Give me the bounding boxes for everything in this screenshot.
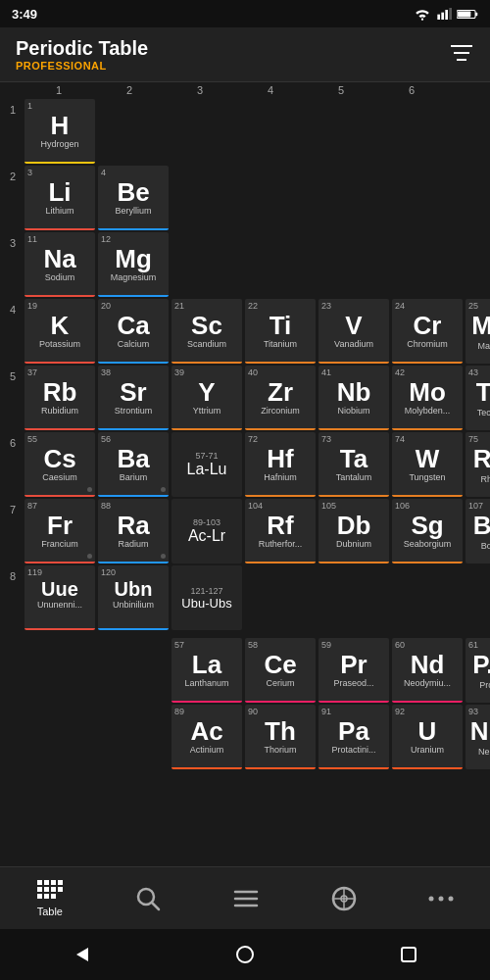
lan-spacer-2 (98, 638, 169, 703)
element-range-Ac-Lr[interactable]: 89-103 Ac-Lr (172, 499, 242, 564)
col-header-1: 1 (24, 84, 94, 96)
element-Be[interactable]: 4 Be Beryllium (98, 166, 169, 230)
period-row-3: 3 11 Na Sodium 12 Mg Magnesium (2, 231, 488, 298)
element-Th[interactable]: 90 Th Thorium (245, 705, 316, 769)
header-left: Periodic Table PROFESSIONAL (16, 37, 148, 72)
row1-cells: 1 H Hydrogen (24, 98, 488, 165)
dot-indicator (161, 487, 166, 492)
element-Rf[interactable]: 104 Rf Rutherfor... (245, 499, 316, 564)
nav-search[interactable] (120, 878, 176, 919)
element-Sr[interactable]: 38 Sr Strontium (98, 366, 169, 430)
element-U[interactable]: 92 U Uranium (392, 705, 463, 769)
element-Hf[interactable]: 72 Hf Hafnium (245, 432, 316, 497)
element-Sg[interactable]: 106 Sg Seaborgium (392, 499, 463, 564)
periodic-table: 1 2 3 4 5 6 1 1 H Hydrogen 2 3 (0, 82, 490, 782)
dot-indicator (87, 487, 92, 492)
element-Ce[interactable]: 58 Ce Cerium (245, 638, 316, 703)
element-Ta[interactable]: 73 Ta Tantalum (318, 432, 389, 497)
row4-cells: 19 K Potassium 20 Ca Calcium 21 Sc Scand… (24, 298, 490, 365)
element-K[interactable]: 19 K Potassium (24, 299, 95, 364)
row-label-6: 6 (2, 431, 24, 498)
recents-icon (398, 944, 419, 965)
bottom-nav: Table (0, 866, 490, 929)
header: Periodic Table PROFESSIONAL (0, 27, 490, 82)
row-label-5: 5 (2, 365, 24, 431)
element-Ubn[interactable]: 120 Ubn Unbinilium (98, 565, 169, 630)
table-scroll[interactable]: 1 2 3 4 5 6 1 1 H Hydrogen 2 3 (0, 82, 490, 866)
row-label-4: 4 (2, 298, 24, 365)
svg-rect-1 (441, 13, 444, 20)
act-spacer-1 (24, 705, 95, 769)
element-W[interactable]: 74 W Tungsten (392, 432, 463, 497)
element-Pm[interactable]: 61 P... Pro... (466, 638, 490, 703)
status-icons (414, 7, 478, 21)
element-Ca[interactable]: 20 Ca Calcium (98, 299, 169, 364)
nav-table[interactable]: Table (21, 871, 79, 925)
element-Ra[interactable]: 88 Ra Radium (98, 499, 169, 564)
nav-table-label: Table (37, 906, 63, 917)
element-Mg[interactable]: 12 Mg Magnesium (98, 232, 169, 297)
element-Mn[interactable]: 25 Mn Man... (466, 299, 490, 364)
row8-cells: 119 Uue Ununenni... 120 Ubn Unbinilium 1… (24, 564, 488, 631)
element-Np[interactable]: 93 N... Nep... (466, 705, 490, 769)
element-range-La-Lu[interactable]: 57-71 La-Lu (172, 432, 242, 497)
element-Sc[interactable]: 21 Sc Scandium (172, 299, 242, 364)
element-Pa[interactable]: 91 Pa Protactini... (318, 705, 389, 769)
svg-rect-18 (37, 894, 42, 899)
element-Ti[interactable]: 22 Ti Titanium (245, 299, 316, 364)
element-Na[interactable]: 11 Na Sodium (24, 232, 95, 297)
row3-cells: 11 Na Sodium 12 Mg Magnesium (24, 231, 488, 298)
element-Bh[interactable]: 107 Bh Bo... (466, 499, 490, 564)
element-V[interactable]: 23 V Vanadium (318, 299, 389, 364)
nav-list[interactable] (218, 880, 274, 917)
actinide-cells: 89 Ac Actinium 90 Th Thorium 91 Pa Prota… (24, 704, 490, 770)
element-Uue[interactable]: 119 Uue Ununenni... (24, 565, 95, 630)
element-Cs[interactable]: 55 Cs Caesium (24, 432, 95, 497)
element-La[interactable]: 57 La Lanthanum (172, 638, 242, 703)
home-button[interactable] (231, 941, 259, 968)
svg-rect-20 (51, 894, 56, 899)
element-Zr[interactable]: 40 Zr Zirconium (245, 366, 316, 430)
period-row-4: 4 19 K Potassium 20 Ca Calcium 21 Sc Sca… (2, 298, 488, 365)
period-row-2: 2 3 Li Lithium 4 Be Beryllium (2, 165, 488, 231)
act-row-label (2, 704, 24, 770)
act-spacer-2 (98, 705, 169, 769)
svg-line-22 (152, 903, 159, 909)
actinide-row: 89 Ac Actinium 90 Th Thorium 91 Pa Prota… (2, 704, 488, 770)
element-Nb[interactable]: 41 Nb Niobium (318, 366, 389, 430)
lanthanide-cells: 57 La Lanthanum 58 Ce Cerium 59 Pr Prase… (24, 637, 490, 704)
element-Y[interactable]: 39 Y Yttrium (172, 366, 242, 430)
row-label-2: 2 (2, 165, 24, 231)
svg-rect-2 (445, 10, 448, 20)
element-Db[interactable]: 105 Db Dubnium (318, 499, 389, 564)
svg-rect-17 (58, 887, 63, 892)
element-Re[interactable]: 75 Rh Rh... (466, 432, 490, 497)
element-H[interactable]: 1 H Hydrogen (24, 99, 95, 164)
recents-button[interactable] (395, 941, 422, 968)
element-Cr[interactable]: 24 Cr Chromium (392, 299, 463, 364)
element-Tc[interactable]: 43 Tc Tech... (466, 366, 490, 430)
filter-icon (449, 42, 474, 64)
svg-rect-36 (402, 948, 416, 961)
quiz-icon (331, 886, 357, 911)
back-button[interactable] (68, 941, 95, 968)
row-label-8: 8 (2, 564, 24, 631)
table-icon (36, 879, 64, 903)
element-Pr[interactable]: 59 Pr Praseod... (318, 638, 389, 703)
nav-quiz[interactable] (316, 878, 372, 919)
filter-button[interactable] (449, 42, 474, 68)
app-title: Periodic Table (16, 37, 148, 60)
element-Ba[interactable]: 56 Ba Barium (98, 432, 169, 497)
element-Mo[interactable]: 42 Mo Molybden... (392, 366, 463, 430)
home-icon (234, 944, 256, 965)
element-Li[interactable]: 3 Li Lithium (24, 166, 95, 230)
nav-more[interactable] (413, 887, 469, 910)
element-range-Ubu-Ubs[interactable]: 121-127 Ubu-Ubs (172, 565, 242, 630)
row-label-3: 3 (2, 231, 24, 298)
svg-rect-0 (437, 15, 440, 20)
element-Rb[interactable]: 37 Rb Rubidium (24, 366, 95, 430)
element-Ac[interactable]: 89 Ac Actinium (172, 705, 242, 769)
col-header-4: 4 (235, 84, 306, 96)
element-Nd[interactable]: 60 Nd Neodymiu... (392, 638, 463, 703)
element-Fr[interactable]: 87 Fr Francium (24, 499, 95, 564)
